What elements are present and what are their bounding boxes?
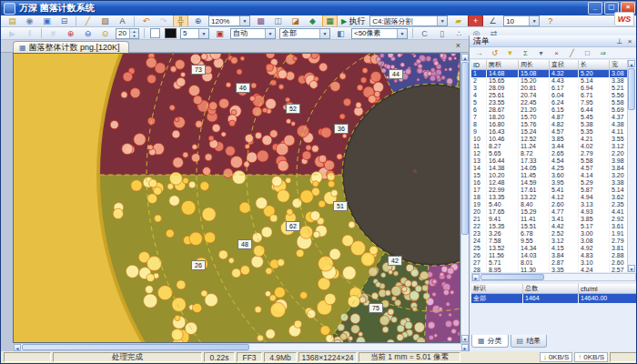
dropdown-arrow-icon[interactable]: ▼ — [437, 16, 447, 25]
measure-icon[interactable]: ◫ — [270, 15, 286, 27]
table-row[interactable]: 2611.5614.033.844.832.881 — [471, 252, 637, 259]
table-row[interactable]: 1612.4814.593.955.293.381 — [471, 179, 637, 187]
table-row[interactable]: 1510.2011.453.604.143.201 — [471, 172, 637, 179]
brush-icon[interactable]: ▰ — [450, 15, 466, 27]
minimize-button[interactable]: _ — [588, 2, 602, 15]
filter-icon[interactable]: ▼ — [503, 47, 517, 59]
method-select[interactable]: C4:菌落分割▼ — [369, 15, 448, 26]
table-row[interactable]: 523.5522.456.247.955.581 — [471, 99, 637, 106]
dropdown-arrow-icon[interactable]: ▼ — [397, 29, 407, 38]
mark-region-icon[interactable]: ◪ — [288, 15, 303, 27]
scroll-up-icon[interactable]: ▲ — [461, 54, 469, 61]
zoom-level-select[interactable]: 120%▼ — [208, 15, 250, 26]
angle-select[interactable]: 10▼ — [503, 15, 540, 26]
auto-mark-icon[interactable]: ▣ — [212, 27, 228, 40]
table-row[interactable]: 628.6721.206.156.445.691 — [471, 106, 637, 114]
table-row[interactable]: 2017.6515.294.774.934.411 — [471, 208, 637, 216]
dropdown-icon[interactable]: ▾ — [534, 47, 548, 59]
zoom-in-icon[interactable]: ⊕ — [63, 27, 78, 40]
table-vertical-scrollbar[interactable]: ▲ ▼ — [627, 60, 636, 272]
save-icon[interactable]: ▣ — [39, 15, 55, 27]
table-row[interactable]: 全部146414640.00 — [471, 294, 637, 304]
refresh-icon[interactable]: C — [417, 27, 432, 40]
help-icon[interactable]: ? — [542, 15, 558, 27]
table-row[interactable]: 118.2711.243.444.023.121 — [471, 143, 637, 150]
scope-select[interactable]: 全部▼ — [279, 28, 330, 39]
document-tab[interactable]: ▦ 菌落整体计数 png.[120K] — [13, 41, 129, 54]
scroll-down-icon[interactable]: ▼ — [461, 335, 469, 342]
grid-icon[interactable]: ▦ — [322, 15, 338, 27]
camera-icon[interactable]: ◉ — [22, 15, 37, 27]
table-row[interactable]: 816.8015.764.825.384.381 — [471, 121, 637, 128]
table-scroll-thumb[interactable] — [628, 68, 635, 110]
table-row[interactable]: 275.718.012.873.102.601 — [471, 259, 637, 267]
crop-icon[interactable]: ▩ — [253, 15, 268, 27]
pin-icon[interactable]: ⊥ — [615, 37, 624, 46]
delete-icon[interactable]: × — [550, 47, 563, 59]
text-icon[interactable]: A — [115, 15, 130, 27]
edit-icon[interactable]: ╱ — [565, 47, 579, 59]
scroll-right-icon[interactable]: ► — [461, 344, 469, 351]
flag-icon[interactable]: ◆ — [305, 15, 320, 27]
table-row[interactable]: 2513.5214.344.154.923.811 — [471, 245, 637, 252]
tab-results[interactable]: ▤ 结果 — [511, 335, 548, 348]
table-scroll-up-icon[interactable]: ▲ — [628, 60, 635, 67]
sum-icon[interactable]: Σ — [519, 47, 532, 59]
dropdown-arrow-icon[interactable]: ▼ — [198, 29, 208, 38]
play-icon[interactable]: ▶ — [5, 27, 20, 40]
table-row[interactable]: 215.6515.204.435.143.381 — [471, 77, 637, 85]
highlight-icon[interactable]: ▨ — [97, 15, 113, 27]
table-row[interactable]: 328.0920.816.176.945.211 — [471, 85, 637, 92]
rect-select-icon[interactable]: □ — [581, 47, 594, 59]
table-row[interactable]: 233.266.782.523.001.911 — [471, 230, 637, 238]
execute-button[interactable]: ▶执行 — [339, 15, 368, 26]
table-row[interactable]: 718.2015.704.875.454.371 — [471, 114, 637, 121]
size-filter-icon[interactable]: ◧ — [333, 27, 349, 40]
color-swatch[interactable] — [165, 28, 177, 38]
new-page-icon[interactable]: ▯ — [434, 27, 450, 40]
petri-dish-image[interactable]: 7346523644516248264275 — [13, 53, 460, 343]
min-size-select[interactable]: <50像素▼ — [351, 28, 408, 39]
undo-step-icon[interactable]: ↺ — [488, 47, 501, 59]
spin-down-icon[interactable]: ▼ — [130, 34, 138, 38]
cluster-icon[interactable]: ∴ — [451, 27, 467, 40]
table-row[interactable]: 1316.4417.334.545.583.981 — [471, 157, 637, 165]
table-scroll-down-icon[interactable]: ▼ — [628, 265, 635, 272]
line-width-select[interactable]: 5▼ — [180, 28, 209, 39]
table-hscroll-thumb[interactable] — [480, 274, 544, 280]
auto-mode-select[interactable]: 自动▼ — [230, 28, 276, 39]
image-horizontal-scrollbar[interactable]: ◄ ► — [13, 343, 470, 351]
print-icon[interactable]: ⊟ — [56, 15, 72, 27]
panel-close-icon[interactable]: × — [625, 37, 634, 46]
zoom-out-icon[interactable]: ⊖ — [80, 27, 96, 40]
table-row[interactable]: 247.589.553.123.082.791 — [471, 238, 637, 245]
pause-icon[interactable]: ‖ — [22, 27, 37, 40]
zoom-fit-icon[interactable]: ⊙ — [97, 27, 113, 40]
table-row[interactable]: 114.6815.084.325.203.081 — [471, 70, 637, 78]
angle-icon[interactable]: ∠ — [485, 15, 500, 27]
table-row[interactable]: 1414.3814.054.254.573.841 — [471, 165, 637, 172]
table-scroll-right-icon[interactable]: ► — [472, 274, 480, 281]
undo-icon[interactable]: ↶ — [138, 15, 154, 27]
pan-tool-icon[interactable]: ╬ — [173, 15, 188, 27]
well-grid-icon[interactable]: # — [46, 27, 61, 40]
table-row[interactable]: 1813.3513.224.124.943.621 — [471, 194, 637, 201]
tab-classification[interactable]: ▦ 分类 — [471, 335, 509, 348]
table-row[interactable]: 425.6120.746.046.715.561 — [471, 92, 637, 99]
dropdown-arrow-icon[interactable]: ▼ — [265, 29, 275, 38]
invert-checkbox[interactable] — [150, 28, 160, 38]
scroll-left-icon[interactable]: ◄ — [14, 344, 21, 351]
dropdown-arrow-icon[interactable]: ▼ — [239, 16, 249, 25]
vertical-scroll-thumb[interactable] — [461, 62, 469, 235]
tab-close-icon[interactable]: × — [453, 41, 463, 51]
table-horizontal-scrollbar[interactable]: ◄ ► — [471, 273, 636, 281]
open-icon[interactable]: ▤ — [5, 15, 20, 27]
apply-icon[interactable]: ⇒ — [596, 47, 610, 59]
zoom-tool-icon[interactable]: ⊕ — [190, 15, 206, 27]
table-row[interactable]: 125.658.722.652.792.201 — [471, 150, 637, 157]
dropdown-arrow-icon[interactable]: ▼ — [529, 16, 539, 25]
table-row[interactable]: 916.4315.244.575.354.111 — [471, 128, 637, 136]
threshold-spinner[interactable]: 20▲▼ — [116, 28, 139, 39]
table-row[interactable]: 1010.4612.523.854.213.551 — [471, 136, 637, 143]
table-row[interactable]: 1722.9917.615.415.875.141 — [471, 187, 637, 194]
